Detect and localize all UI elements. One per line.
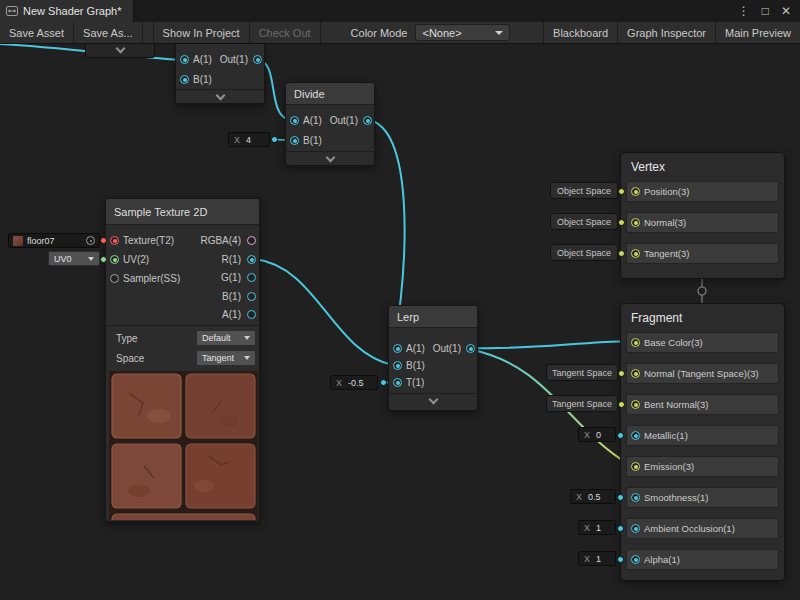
node-title[interactable]: Sample Texture 2D [106,199,259,225]
field-axis-label: X [234,135,240,145]
field-value[interactable]: 0.5 [588,492,601,502]
field-value[interactable]: 1 [596,554,601,564]
block-row-position[interactable]: Position(3) [626,181,779,202]
wire-lerp-out-to-basecolor[interactable] [473,341,630,348]
rgba-port[interactable] [247,236,256,245]
node-partial[interactable]: A(1) Out(1) B(1) [175,44,265,104]
save-as-button[interactable]: Save As... [74,22,143,43]
block-row-base-color[interactable]: Base Color(3) [626,332,779,353]
toolbar: Save Asset Save As... Show In Project Ch… [0,22,800,44]
node-lerp[interactable]: Lerp A(1) Out(1) B(1) T(1) [388,305,478,411]
bent-normal-port[interactable] [631,400,640,409]
collapse-chevron-icon[interactable] [429,395,439,405]
tangent-port[interactable] [631,249,640,258]
space-dropdown[interactable]: Tangent [196,350,256,366]
wire-sample-r-to-lerp-b[interactable] [255,259,393,365]
block-row-alpha[interactable]: Alpha(1) [626,549,779,570]
node-divide[interactable]: Divide A(1) Out(1) B(1) [285,82,375,166]
metallic-value-field[interactable]: X 0 [578,427,616,442]
block-row-normal[interactable]: Normal(3) [626,212,779,233]
ambient-occlusion-port[interactable] [631,524,640,533]
space-pill-normal[interactable]: Object Space [550,213,618,230]
partial-out-port[interactable] [253,55,262,64]
block-row-metallic[interactable]: Metallic(1) [626,425,779,446]
main-preview-toggle-button[interactable]: Main Preview [715,22,800,43]
emission-port[interactable] [631,462,640,471]
sampler-port-label: Sampler(SS) [123,273,180,285]
lerp-t-value-field[interactable]: X -0.5 [330,375,378,390]
collapse-chevron-icon[interactable] [326,153,336,163]
sampler-port[interactable] [110,274,119,283]
field-value[interactable]: 4 [246,135,251,145]
alpha-value-field[interactable]: X 1 [578,551,616,566]
space-pill-bent-normal[interactable]: Tangent Space [546,395,618,412]
vertex-block[interactable]: Vertex Position(3) Normal(3) Tangent(3) [620,152,785,279]
field-value[interactable]: 0 [596,430,601,440]
block-row-emission[interactable]: Emission(3) [626,456,779,477]
lerp-b-port[interactable] [393,361,402,370]
position-port[interactable] [631,187,640,196]
divide-b-value-field[interactable]: X 4 [228,132,270,147]
node-sample-texture-2d[interactable]: Sample Texture 2D Texture(T2) UV(2) Samp… [105,198,260,522]
close-icon[interactable]: ✕ [781,4,791,18]
collapse-chevron-icon[interactable] [116,44,126,54]
collapse-chevron-icon[interactable] [216,91,226,101]
block-row-label: Position(3) [644,186,689,198]
a-port[interactable] [247,310,256,319]
smoothness-value-field[interactable]: X 0.5 [570,489,616,504]
node-collapsed-stub[interactable] [85,44,155,58]
block-row-bent-normal[interactable]: Bent Normal(3) [626,394,779,415]
ambient-occlusion-value-field[interactable]: X 1 [578,520,616,535]
partial-b-port[interactable] [180,75,189,84]
r-port[interactable] [247,255,256,264]
save-asset-button[interactable]: Save Asset [0,22,74,43]
field-value[interactable]: -0.5 [348,378,364,388]
connector-dot [618,219,625,226]
partial-a-port[interactable] [180,55,189,64]
node-title[interactable]: Divide [286,83,374,105]
uv-channel-dropdown[interactable]: UV0 [48,251,100,266]
stack-connector-dot[interactable] [698,287,706,295]
block-row-normal-ts[interactable]: Normal (Tangent Space)(3) [626,363,779,384]
uv-port[interactable] [110,255,119,264]
block-row-tangent[interactable]: Tangent(3) [626,243,779,264]
lerp-t-port[interactable] [393,378,402,387]
b-port[interactable] [247,292,256,301]
color-mode-dropdown[interactable]: <None> [415,24,510,41]
block-row-ambient-occlusion[interactable]: Ambient Occlusion(1) [626,518,779,539]
divide-a-port[interactable] [290,116,299,125]
divide-out-port[interactable] [363,116,372,125]
base-color-port[interactable] [631,338,640,347]
blackboard-toggle-button[interactable]: Blackboard [543,22,617,43]
type-dropdown[interactable]: Default [196,330,256,346]
block-row-smoothness[interactable]: Smoothness(1) [626,487,779,508]
normal-port[interactable] [631,218,640,227]
field-value[interactable]: 1 [596,523,601,533]
divide-b-port[interactable] [290,136,299,145]
block-row-label: Alpha(1) [644,554,680,566]
node-title[interactable]: Lerp [389,306,477,328]
texture-object-field[interactable]: floor07 [8,233,100,248]
block-row-label: Smoothness(1) [644,492,708,504]
fragment-block[interactable]: Fragment Base Color(3) Normal (Tangent S… [620,303,785,581]
texture-port[interactable] [110,236,119,245]
show-in-project-button[interactable]: Show In Project [153,22,250,43]
space-pill-tangent[interactable]: Object Space [550,244,618,261]
vertex-title: Vertex [621,153,784,179]
space-pill-normal-ts[interactable]: Tangent Space [546,364,618,381]
space-pill-position[interactable]: Object Space [550,182,618,199]
metallic-port[interactable] [631,431,640,440]
graph-tab[interactable]: New Shader Graph* [0,0,134,22]
smoothness-port[interactable] [631,493,640,502]
kebab-menu-icon[interactable]: ⋮ [738,4,750,18]
normal-ts-port[interactable] [631,369,640,378]
texture-name: floor07 [27,236,55,246]
g-port[interactable] [247,273,256,282]
object-picker-icon[interactable] [86,236,95,245]
lerp-a-port[interactable] [393,344,402,353]
graph-inspector-toggle-button[interactable]: Graph Inspector [617,22,715,43]
maximize-icon[interactable]: □ [762,4,769,18]
lerp-out-port[interactable] [466,344,475,353]
alpha-port[interactable] [631,555,640,564]
connector-dot [380,379,387,386]
